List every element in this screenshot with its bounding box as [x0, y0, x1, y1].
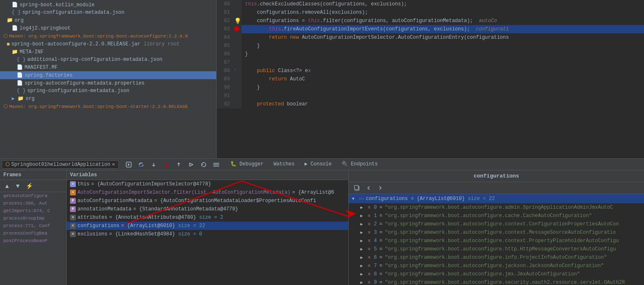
- tree-item-kotlin-module[interactable]: 📄 spring-boot.kotlin_module: [0, 1, 216, 9]
- settings-button[interactable]: [211, 160, 221, 169]
- config-forward-button[interactable]: [375, 184, 385, 192]
- step-out-button[interactable]: [174, 160, 184, 169]
- line-number: 84: [217, 33, 233, 42]
- config-child-6[interactable]: ▶ ≡ 6 = "org.springframework.boot.autoco…: [349, 253, 644, 262]
- hash-icon-0: ≡: [368, 205, 371, 210]
- file-icon: 📄: [17, 72, 23, 78]
- config-copy-button[interactable]: [352, 184, 362, 192]
- frame-item-process396[interactable]: process:396, Aut: [0, 200, 66, 207]
- line-gutter: [233, 83, 242, 92]
- tree-item-jar[interactable]: ◼ spring-boot-autoconfigure-2.2.0.RELEAS…: [0, 40, 216, 48]
- tree-item-meta-inf[interactable]: 📁 META-INF: [0, 48, 216, 56]
- line-gutter: 💡: [233, 17, 242, 25]
- frames-down-button[interactable]: ▼: [13, 182, 22, 190]
- config-index-5: 5: [374, 246, 377, 252]
- config-child-9[interactable]: ▶ ≡ 9 = "org.springframework.boot.autoco…: [349, 278, 644, 285]
- config-child-4[interactable]: ▶ ≡ 4 = "org.springframework.boot.autoco…: [349, 237, 644, 245]
- step-into-button[interactable]: [149, 160, 159, 169]
- tree-item-org[interactable]: 📁 org: [0, 16, 216, 24]
- tree-item-label: spring-boot-autoconfigure-2.2.0.RELEASE.…: [11, 41, 140, 47]
- step-out-icon: [175, 161, 182, 168]
- console-icon: ▶: [305, 161, 307, 167]
- tab-endpoints[interactable]: 🔌 Endpoints: [337, 159, 382, 170]
- tab-watches[interactable]: Watches: [270, 160, 299, 170]
- tree-item-label: Maven: org.springframework.boot:spring-b…: [9, 104, 188, 109]
- config-child-1[interactable]: ▶ ≡ 1 = "org.springframework.boot.autoco…: [349, 212, 644, 220]
- config-root-item[interactable]: ▼ ○○ configurations = {ArrayList@6010} s…: [349, 194, 644, 203]
- line-gutter: [233, 75, 242, 83]
- var-name-autoconfig-meta: autoConfigurationMetadata: [77, 198, 152, 204]
- frame-item-getimports874[interactable]: getImports:874, C: [0, 207, 66, 215]
- line-content: configurations = this.filter(configurati…: [242, 17, 644, 25]
- config-eq-6: =: [379, 255, 382, 260]
- back-icon: [365, 185, 372, 191]
- tab-console[interactable]: ▶ Console: [300, 159, 336, 170]
- file-json-icon: { }: [12, 10, 21, 15]
- folder-icon: 📁: [12, 49, 18, 55]
- tree-item-maven-autoconfigure[interactable]: ⬡ Maven: org.springframework.boot:spring…: [0, 32, 216, 40]
- tab-label: Console: [311, 161, 332, 167]
- frame-item-getautoconfigura[interactable]: getAutoConfigura: [0, 192, 66, 200]
- config-child-2[interactable]: ▶ ≡ 2 = "org.springframework.boot.autoco…: [349, 220, 644, 228]
- config-child-5[interactable]: ▶ ≡ 5 = "org.springframework.boot.autoco…: [349, 245, 644, 253]
- tree-item-org2[interactable]: ▶ 📁 org: [0, 95, 216, 102]
- config-child-3[interactable]: ▶ ≡ 3 = "org.springframework.boot.autoco…: [349, 228, 644, 237]
- tree-item-manifest[interactable]: 📄 MANIFEST.MF: [0, 63, 216, 71]
- config-eq-3: =: [379, 230, 382, 235]
- frames-up-button[interactable]: ▲: [2, 182, 12, 190]
- tree-item-label: org: [15, 18, 24, 23]
- var-item-this[interactable]: ≡ this = {AutoConfigurationImportSelecto…: [67, 180, 349, 188]
- tree-item-spring-factories[interactable]: 📄 spring.factories: [0, 71, 216, 79]
- expand-arrow-2: ▶: [360, 222, 365, 227]
- reset-frame-button[interactable]: [199, 160, 209, 169]
- var-value-auto-filter: = {ArrayList@6: [292, 190, 334, 195]
- tree-item-spring-config-meta[interactable]: { } spring-configuration-metadata.json: [0, 9, 216, 16]
- tree-item-spring-config-meta2[interactable]: { } spring-configuration-metadata.json: [0, 87, 216, 95]
- var-item-autoconfig-meta[interactable]: P autoConfigurationMetadata = {AutoConfi…: [67, 197, 349, 205]
- tree-item-additional-meta[interactable]: { } additional-spring-configuration-meta…: [0, 56, 216, 63]
- config-child-8[interactable]: ▶ ≡ 8 = "org.springframework.boot.autoco…: [349, 270, 644, 278]
- config-index-4: 4: [374, 238, 377, 244]
- frame-item-processgroupimp[interactable]: processGroupImp: [0, 215, 66, 222]
- frame-item-process771[interactable]: process:771, Conf: [0, 222, 66, 230]
- var-item-attributes[interactable]: ≡ attributes = {AnnotationAttributes@478…: [67, 213, 349, 222]
- force-step-into-button[interactable]: [161, 160, 171, 169]
- step-over-button[interactable]: [136, 160, 146, 169]
- frame-item-processconfigbea[interactable]: processConfigBea: [0, 230, 66, 237]
- config-eq-7: =: [379, 263, 382, 269]
- close-session-icon[interactable]: ✕: [112, 161, 115, 168]
- endpoints-icon: 🔌: [342, 161, 348, 167]
- var-type-icon-auto: ≡: [70, 190, 76, 195]
- config-back-button[interactable]: [364, 184, 374, 192]
- forward-icon: [377, 185, 384, 191]
- file-icon: 📄: [12, 2, 18, 8]
- file-json-icon: { }: [17, 88, 26, 94]
- var-item-exclusions[interactable]: ≡ exclusions = {LinkedHashSet@4984} size…: [67, 230, 349, 238]
- tree-item-label: spring.factories: [25, 72, 72, 78]
- var-item-auto-filter[interactable]: ≡ AutoConfigurationImportSelector.filter…: [67, 188, 349, 197]
- frames-filter-button[interactable]: ⚡: [24, 182, 35, 190]
- hash-icon-7: ≡: [368, 263, 371, 268]
- tree-item-autoconfigure-props[interactable]: 📄 spring-autoconfigure-metadata.properti…: [0, 79, 216, 87]
- tree-item-maven-starter[interactable]: ⬡ Maven: org.springframework.boot:spring…: [0, 102, 216, 110]
- var-value-autoconfig-meta: = {AutoConfigurationMetadataLoader$Prope…: [154, 198, 316, 204]
- config-child-0[interactable]: ▶ ≡ 0 = "org.springframework.boot.autoco…: [349, 203, 644, 212]
- var-name-exclusions: exclusions: [77, 231, 107, 237]
- tab-label: Watches: [274, 161, 295, 167]
- tree-item-log4j2[interactable]: 📄 log4j2.springboot: [0, 24, 216, 32]
- var-item-configurations[interactable]: ≡ configurations = {ArrayList@6010} size…: [67, 222, 349, 230]
- session-label: Springboot01helloworldApplication: [11, 162, 110, 168]
- tab-debugger[interactable]: 🐛 Debugger: [226, 159, 268, 170]
- library-root-label: library root: [144, 41, 180, 47]
- line-content: public Class<?> ex: [242, 67, 644, 75]
- config-child-7[interactable]: ▶ ≡ 7 = "org.springframework.boot.autoco…: [349, 262, 644, 270]
- svg-rect-2: [213, 163, 219, 164]
- resume-button[interactable]: [124, 160, 134, 169]
- frame-item-postprocessbeanp[interactable]: postProcessBeanP: [0, 237, 66, 245]
- line-content: }: [242, 50, 644, 58]
- tree-item-label: spring-configuration-metadata.json: [22, 10, 125, 15]
- hash-icon-1: ≡: [368, 213, 371, 218]
- var-item-annotation-meta[interactable]: P annotationMetadata = {StandardAnnotati…: [67, 205, 349, 213]
- tree-item-label: additional-spring-configuration-metadata…: [27, 57, 162, 62]
- run-to-cursor-button[interactable]: [186, 160, 196, 169]
